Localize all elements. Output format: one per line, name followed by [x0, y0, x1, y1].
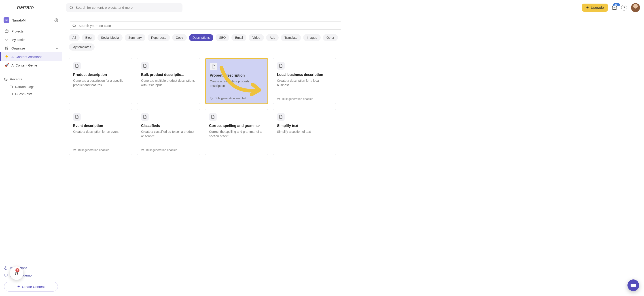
sidebar-item-label: Projects	[12, 29, 24, 33]
tasks-icon	[5, 38, 9, 42]
template-card[interactable]: Property descriptionCreate a real estate…	[205, 58, 268, 104]
filter-chip-blog[interactable]: Blog	[82, 34, 95, 41]
card-description: Create a description for an event	[73, 130, 128, 134]
filter-chip-copy[interactable]: Copy	[172, 34, 187, 41]
folder-icon	[10, 85, 13, 89]
request-demo-link[interactable]: Request demo	[0, 272, 62, 279]
sidebar-item-organize[interactable]: Organize	[0, 44, 62, 52]
avatar[interactable]	[631, 3, 640, 12]
global-search[interactable]	[66, 3, 182, 12]
usecase-search[interactable]	[69, 22, 342, 30]
workspace-badge: N	[4, 17, 10, 23]
filter-chip-video[interactable]: Video	[249, 34, 264, 41]
document-icon	[73, 62, 81, 70]
card-title: Property description	[210, 73, 264, 77]
sidebar-item-label: AI Content Genie	[12, 63, 37, 67]
filter-chip-seo[interactable]: SEO	[216, 34, 230, 41]
sidebar-item-my-tasks[interactable]: My Tasks	[0, 35, 62, 44]
sidebar-item-ai-genie[interactable]: 🚀 AI Content Genie	[0, 61, 62, 69]
template-card[interactable]: Bulk product descriptio...Generate multi…	[137, 58, 200, 104]
filter-chip-summary[interactable]: Summary	[125, 34, 145, 41]
card-title: Correct spelling and grammar	[209, 124, 264, 128]
filter-chip-images[interactable]: Images	[303, 34, 321, 41]
projects-icon	[5, 29, 9, 33]
svg-point-3	[5, 47, 6, 48]
sidebar-item-ai-assistant[interactable]: AI Content Assistant	[0, 52, 62, 61]
bulk-badge: Bulk generation enabled	[73, 148, 128, 152]
template-card[interactable]: Correct spelling and grammarCorrect the …	[205, 109, 268, 156]
card-title: Bulk product descriptio...	[141, 73, 196, 77]
assistant-floating-button[interactable]: n2	[10, 266, 23, 280]
floating-count: 2	[16, 268, 20, 272]
filter-chip-translate[interactable]: Translate	[281, 34, 301, 41]
clock-icon	[4, 77, 8, 81]
template-cards: Product descriptionGenerate a descriptio…	[69, 58, 637, 156]
filter-chip-repurpose[interactable]: Repurpose	[148, 34, 170, 41]
integrations-link[interactable]: Integrations	[0, 264, 62, 272]
filter-chip-all[interactable]: All	[69, 34, 80, 41]
svg-rect-13	[4, 274, 7, 276]
filter-chip-ads[interactable]: Ads	[266, 34, 278, 41]
document-icon	[141, 62, 149, 70]
notifications-button[interactable]: 287	[612, 5, 617, 10]
document-icon	[210, 63, 217, 70]
filter-chips: AllBlogSocial MediaSummaryRepurposeCopyD…	[69, 34, 342, 51]
sidebar-item-label: AI Content Assistant	[12, 55, 42, 59]
document-icon	[73, 113, 81, 121]
bulk-badge: Bulk generation enabled	[277, 97, 332, 100]
plus-icon: ✦	[17, 284, 20, 288]
create-content-button[interactable]: ✦ Create Content	[4, 282, 58, 291]
rocket-icon: 🚀	[5, 63, 9, 67]
svg-point-18	[73, 24, 75, 27]
svg-rect-21	[278, 98, 280, 100]
create-content-label: Create Content	[22, 285, 45, 288]
chevron-down-icon[interactable]: ⌄	[48, 18, 51, 22]
filter-chip-other[interactable]: Other	[323, 34, 338, 41]
template-card[interactable]: Event descriptionCreate a description fo…	[69, 109, 132, 156]
card-description: Correct the spelling and grammar of a se…	[209, 130, 264, 138]
svg-point-5	[5, 49, 6, 50]
card-description: Generate a description for a specific pr…	[73, 79, 128, 87]
template-card[interactable]: ClassifiedsCreate a classified ad to sel…	[137, 109, 200, 156]
folder-icon	[10, 92, 13, 96]
template-card[interactable]: Simplify textSimplify a section of text	[273, 109, 336, 156]
filter-chip-descriptions[interactable]: Descriptions	[189, 34, 213, 41]
sidebar: narrato N NarratoM... ⌄ Projects My Task…	[0, 0, 62, 296]
card-description: Create a classified ad to sell a product…	[141, 130, 196, 138]
svg-rect-2	[5, 30, 8, 33]
filter-chip-social-media[interactable]: Social Media	[98, 34, 122, 41]
filter-chip-my-templates[interactable]: My templates	[69, 43, 94, 51]
help-button[interactable]: ?	[621, 5, 627, 11]
gear-icon[interactable]	[54, 18, 58, 22]
workspace-selector[interactable]: N NarratoM... ⌄	[0, 15, 62, 25]
card-description: Simplify a section of text	[277, 130, 332, 134]
search-icon	[72, 24, 76, 28]
sidebar-item-projects[interactable]: Projects	[0, 27, 62, 35]
topbar: ✦ Upgrade 287 ?	[62, 0, 644, 15]
template-card[interactable]: Product descriptionGenerate a descriptio…	[69, 58, 132, 104]
bulk-badge: Bulk generation enabled	[210, 96, 264, 100]
recent-item-label: Guest Posts	[15, 92, 32, 96]
template-card[interactable]: Local business descriptionCreate a descr…	[273, 58, 336, 104]
anchor-icon	[4, 266, 8, 270]
recent-item[interactable]: Narrato Blogs	[0, 83, 62, 90]
sidebar-item-label: Organize	[12, 46, 25, 50]
upgrade-button[interactable]: ✦ Upgrade	[582, 4, 608, 12]
svg-rect-20	[211, 98, 212, 99]
svg-rect-23	[142, 149, 144, 151]
svg-point-16	[70, 6, 72, 9]
lightning-icon	[5, 55, 9, 59]
sidebar-item-label: My Tasks	[12, 38, 25, 42]
organize-icon	[5, 46, 9, 50]
logo[interactable]: narrato	[0, 0, 62, 15]
chat-widget-button[interactable]	[628, 279, 639, 291]
recents-header: Recents	[0, 75, 62, 83]
recents-label: Recents	[10, 77, 22, 81]
recent-item[interactable]: Guest Posts	[0, 90, 62, 98]
card-title: Event description	[73, 124, 128, 128]
global-search-input[interactable]	[76, 6, 179, 10]
filter-chip-email[interactable]: Email	[232, 34, 246, 41]
svg-rect-10	[10, 93, 12, 95]
usecase-search-input[interactable]	[78, 24, 339, 28]
svg-text:narrato: narrato	[17, 4, 34, 10]
